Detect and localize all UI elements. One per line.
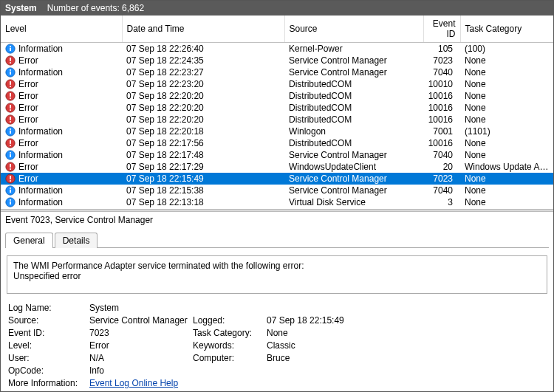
info-icon [5,67,16,78]
cell-source: Service Control Manager [284,66,423,78]
event-table-pane: Level Date and Time Source Event ID Task… [1,16,553,209]
cell-task-cat: None [460,149,553,161]
lbl-logged: Logged: [193,315,267,326]
table-row[interactable]: Information07 Sep 18 22:23:27Service Con… [1,66,553,78]
cell-task-cat: None [460,196,553,208]
link-online-help[interactable]: Event Log Online Help [89,378,193,388]
col-event-id[interactable]: Event ID [423,16,460,43]
col-source[interactable]: Source [284,16,423,43]
table-row[interactable]: Error07 Sep 18 22:17:56DistributedCOM100… [1,137,553,149]
level-text: Information [18,185,63,196]
lbl-more-info: More Information: [8,378,89,388]
cell-task-cat: None [460,55,553,66]
info-icon [5,197,16,207]
level-text: Error [18,103,38,113]
val-opcode: Info [89,365,193,376]
cell-event-id: 105 [423,43,460,55]
cell-task-cat: None [460,137,553,149]
error-icon [5,79,16,89]
event-message-line: The WMI Performance Adapter service term… [13,261,541,271]
event-table[interactable]: Level Date and Time Source Event ID Task… [1,16,553,208]
col-datetime[interactable]: Date and Time [122,16,284,43]
table-row[interactable]: Error07 Sep 18 22:17:29WindowsUpdateClie… [1,161,553,173]
cell-event-id: 10010 [423,78,460,90]
cell-datetime: 07 Sep 18 22:20:20 [122,102,284,114]
cell-source: DistributedCOM [284,102,423,114]
error-icon [5,91,16,101]
cell-source: DistributedCOM [284,137,423,149]
table-row[interactable]: Information07 Sep 18 22:15:38Service Con… [1,185,553,196]
cell-event-id: 10016 [423,102,460,114]
table-row[interactable]: Information07 Sep 18 22:17:48Service Con… [1,149,553,161]
info-icon [5,126,16,137]
cell-datetime: 07 Sep 18 22:20:20 [122,90,284,102]
lbl-source: Source: [8,315,89,326]
cell-event-id: 7040 [423,149,460,161]
table-row[interactable]: Information07 Sep 18 22:20:18Winlogon700… [1,125,553,137]
cell-event-id: 7001 [423,125,460,137]
cell-task-cat: None [460,173,553,185]
detail-tabs: General Details [5,233,549,248]
error-icon [5,138,16,148]
cell-task-cat: None [460,90,553,102]
info-icon [5,44,16,54]
cell-source: Winlogon [284,125,423,137]
column-headers[interactable]: Level Date and Time Source Event ID Task… [1,16,553,43]
level-text: Error [18,79,38,89]
cell-event-id: 10016 [423,90,460,102]
detail-title: Event 7023, Service Control Manager [5,215,549,230]
level-text: Error [18,162,38,172]
cell-event-id: 10016 [423,114,460,125]
cell-event-id: 7023 [423,55,460,66]
cell-datetime: 07 Sep 18 22:20:20 [122,114,284,125]
cell-event-id: 7040 [423,66,460,78]
cell-source: Service Control Manager [284,149,423,161]
table-row[interactable]: Error07 Sep 18 22:20:20DistributedCOM100… [1,114,553,125]
level-text: Information [18,150,63,160]
val-user: N/A [89,353,193,363]
cell-datetime: 07 Sep 18 22:15:38 [122,185,284,196]
tab-general[interactable]: General [5,233,53,248]
val-logged: 07 Sep 18 22:15:49 [267,315,392,326]
detail-pane: Event 7023, Service Control Manager Gene… [1,212,553,391]
cell-datetime: 07 Sep 18 22:23:20 [122,78,284,90]
level-text: Error [18,173,38,184]
val-level: Error [89,340,193,351]
event-message-line: Unspecified error [13,271,541,281]
table-row[interactable]: Error07 Sep 18 22:15:49Service Control M… [1,173,553,185]
lbl-log-name: Log Name: [8,303,89,313]
col-task-cat[interactable]: Task Category [460,16,553,43]
cell-source: DistributedCOM [284,78,423,90]
cell-datetime: 07 Sep 18 22:17:48 [122,149,284,161]
level-text: Information [18,197,63,207]
info-icon [5,185,16,196]
lbl-keywords: Keywords: [193,340,267,351]
tab-details[interactable]: Details [55,233,98,248]
lbl-level: Level: [8,340,89,351]
lbl-event-id: Event ID: [8,328,89,338]
cell-source: Virtual Disk Service [284,196,423,208]
table-row[interactable]: Information07 Sep 18 22:13:18Virtual Dis… [1,196,553,208]
cell-task-cat: None [460,66,553,78]
error-icon [5,103,16,113]
val-computer: Bruce [267,353,392,363]
col-level[interactable]: Level [1,16,122,43]
val-log-name: System [89,303,193,313]
event-message: The WMI Performance Adapter service term… [7,255,547,294]
log-header: System Number of events: 6,862 [1,1,553,16]
table-row[interactable]: Error07 Sep 18 22:20:20DistributedCOM100… [1,90,553,102]
cell-source: Service Control Manager [284,55,423,66]
table-row[interactable]: Error07 Sep 18 22:23:20DistributedCOM100… [1,78,553,90]
table-row[interactable]: Information07 Sep 18 22:26:40Kernel-Powe… [1,43,553,55]
table-row[interactable]: Error07 Sep 18 22:20:20DistributedCOM100… [1,102,553,114]
lbl-user: User: [8,353,89,363]
level-text: Error [18,91,38,101]
cell-task-cat: None [460,102,553,114]
table-row[interactable]: Error07 Sep 18 22:24:35Service Control M… [1,55,553,66]
cell-task-cat: None [460,185,553,196]
cell-datetime: 07 Sep 18 22:17:29 [122,161,284,173]
cell-event-id: 7023 [423,173,460,185]
cell-task-cat: (1101) [460,125,553,137]
cell-task-cat: (100) [460,43,553,55]
level-text: Error [18,55,38,66]
